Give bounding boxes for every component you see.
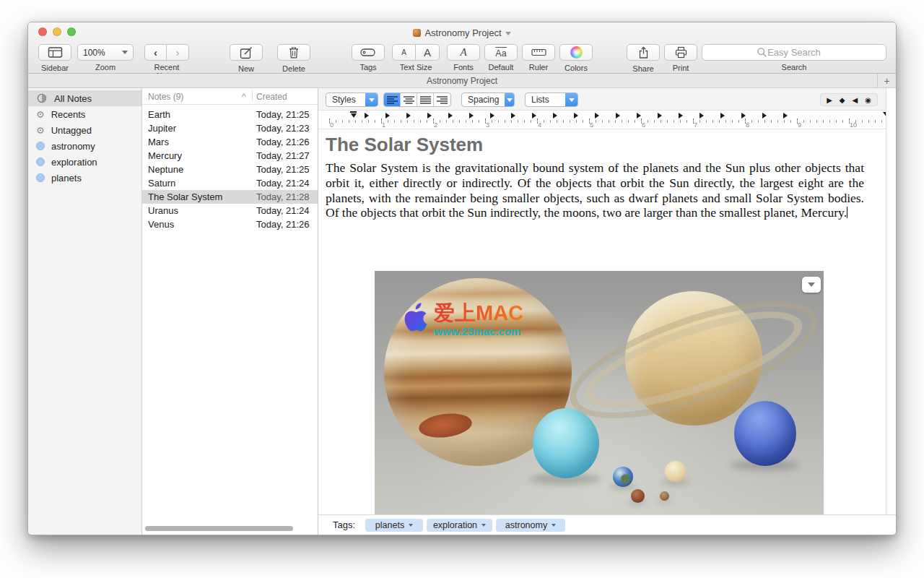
note-title: Mercury <box>148 150 182 161</box>
sidebar-toggle-button[interactable] <box>38 44 71 61</box>
window-title-row: Astronomy Project <box>28 26 896 39</box>
all-notes-icon <box>36 92 48 104</box>
note-created: Today, 21:23 <box>256 123 309 134</box>
note-body[interactable]: The Solar System is the gravitationally … <box>326 160 864 220</box>
left-tab-stop-icon[interactable]: ▶ <box>827 96 832 104</box>
note-document[interactable]: The Solar System The Solar System is the… <box>318 129 886 514</box>
tag-pill-astronomy[interactable]: astronomy <box>496 519 565 532</box>
sidebar-item-exploration[interactable]: exploration <box>28 154 141 170</box>
decimal-tab-stop-icon[interactable]: ◉ <box>865 96 871 104</box>
italic-a-icon: A <box>460 46 466 59</box>
ruler-bar[interactable]: 0 1 2 3 4 5 6 7 8 9 10 <box>318 111 890 129</box>
tags-button-label: Tags <box>352 63 385 72</box>
toolbar-group-sidebar: Sidebar <box>38 44 71 72</box>
color-wheel-icon <box>570 46 583 59</box>
tags-bar: Tags: planets exploration astronomy <box>318 514 896 535</box>
ruler-number: 5 <box>590 121 593 129</box>
note-row-uranus[interactable]: Uranus Today, 21:24 <box>142 204 318 217</box>
default-label: Default <box>484 63 518 72</box>
note-title: Mars <box>148 137 169 147</box>
share-icon <box>637 46 650 59</box>
zoom-select[interactable]: 100% <box>77 44 134 61</box>
right-tab-stop-icon[interactable]: ◀ <box>853 96 858 104</box>
search-label: Search <box>702 63 886 72</box>
align-justify-button[interactable] <box>417 93 434 106</box>
indent-marker[interactable] <box>350 111 357 118</box>
note-created: Today, 21:24 <box>256 205 309 216</box>
ruler-number: 0 <box>330 121 334 129</box>
ruler-minor-ticks <box>329 120 889 123</box>
fonts-button[interactable]: A <box>447 44 480 61</box>
note-row-neptune[interactable]: Neptune Today, 21:25 <box>142 163 318 176</box>
note-row-mars[interactable]: Mars Today, 21:26 <box>142 135 318 149</box>
note-row-mercury[interactable]: Mercury Today, 21:27 <box>142 149 318 163</box>
print-button[interactable] <box>664 44 697 61</box>
editor-pane: Styles <box>318 88 896 535</box>
sidebar-item-astronomy[interactable]: astronomy <box>28 138 141 154</box>
center-tab-stop-icon[interactable]: ◆ <box>840 96 845 104</box>
sidebar-item-recents[interactable]: ⚙ Recents <box>28 106 141 122</box>
print-label: Print <box>664 64 697 72</box>
align-center-button[interactable] <box>401 93 417 106</box>
sidebar-item-label: Recents <box>51 109 86 120</box>
default-style-button[interactable]: Aa <box>484 44 518 61</box>
toolbar-group-ruler: Ruler <box>522 44 555 72</box>
lists-dropdown[interactable]: Lists <box>525 92 578 107</box>
created-column-header[interactable]: Created <box>256 92 287 102</box>
horizontal-scrollbar[interactable] <box>145 526 293 531</box>
sidebar-item-untagged[interactable]: ⚙ Untagged <box>28 122 141 138</box>
large-a-icon: A <box>424 46 431 59</box>
add-tab-button[interactable]: + <box>877 74 896 87</box>
vertical-scrollbar-track[interactable] <box>886 88 896 516</box>
title-chevron-down-icon[interactable] <box>505 32 511 35</box>
note-created: Today, 21:26 <box>256 219 309 230</box>
colors-button[interactable] <box>559 44 593 61</box>
ruler-number: 2 <box>434 121 437 129</box>
forward-button[interactable]: › <box>167 44 189 61</box>
note-row-saturn[interactable]: Saturn Today, 21:24 <box>142 176 318 190</box>
tag-pill-exploration[interactable]: exploration <box>427 519 492 532</box>
note-row-venus[interactable]: Venus Today, 21:26 <box>142 217 318 231</box>
tab-astronomy-project[interactable]: Astronomy Project <box>427 76 497 86</box>
delete-note-button[interactable] <box>277 44 310 61</box>
tab-stop-palette: ▶ ◆ ◀ ◉ <box>820 93 878 106</box>
text-size-small-button[interactable]: A <box>392 44 416 61</box>
watermark: 爱上MAC www.23mac.com <box>404 303 523 337</box>
image-options-button[interactable] <box>802 277 821 293</box>
text-size-large-button[interactable]: A <box>416 44 440 61</box>
search-input[interactable] <box>702 44 886 61</box>
toolbar-group-fonts: A Fonts <box>447 44 480 72</box>
note-row-jupiter[interactable]: Jupiter Today, 21:23 <box>142 121 318 135</box>
tag-pill-planets[interactable]: planets <box>365 519 423 532</box>
spacing-dropdown[interactable]: Spacing <box>461 92 515 107</box>
spacing-dropdown-label: Spacing <box>462 93 505 106</box>
search-icon <box>757 47 767 58</box>
align-right-button[interactable] <box>434 93 450 106</box>
ruler-number: 4 <box>538 121 541 129</box>
note-created: Today, 21:24 <box>256 178 309 189</box>
solar-system-image[interactable]: 爱上MAC www.23mac.com <box>375 271 824 523</box>
sort-ascending-icon[interactable]: ^ <box>242 92 246 102</box>
zoom-value: 100% <box>83 48 105 58</box>
sidebar-item-planets[interactable]: planets <box>28 170 141 186</box>
tags-button[interactable] <box>352 44 385 61</box>
styles-dropdown[interactable]: Styles <box>326 92 378 107</box>
tag-circle-icon <box>36 173 45 182</box>
alignment-segmented-control <box>383 92 451 107</box>
ruler-button[interactable] <box>522 44 555 61</box>
share-button[interactable] <box>627 44 660 61</box>
small-a-icon: A <box>401 48 406 56</box>
format-bar: Styles <box>318 88 896 111</box>
notes-count-header[interactable]: Notes (9) <box>148 92 183 102</box>
new-note-button[interactable] <box>230 44 263 61</box>
note-row-earth[interactable]: Earth Today, 21:25 <box>142 108 318 121</box>
note-row-the-solar-system[interactable]: The Solar System Today, 21:28 <box>142 190 318 204</box>
sidebar-item-all-notes[interactable]: All Notes <box>28 90 141 106</box>
align-left-button[interactable] <box>384 93 401 106</box>
column-divider[interactable] <box>252 90 253 102</box>
back-button[interactable]: ‹ <box>144 44 167 61</box>
notes-list-header[interactable]: Notes (9) ^ Created <box>142 88 318 105</box>
styles-chevron-down-icon <box>365 93 378 106</box>
planet-earth <box>613 467 633 487</box>
ruler-number: 9 <box>798 121 801 129</box>
